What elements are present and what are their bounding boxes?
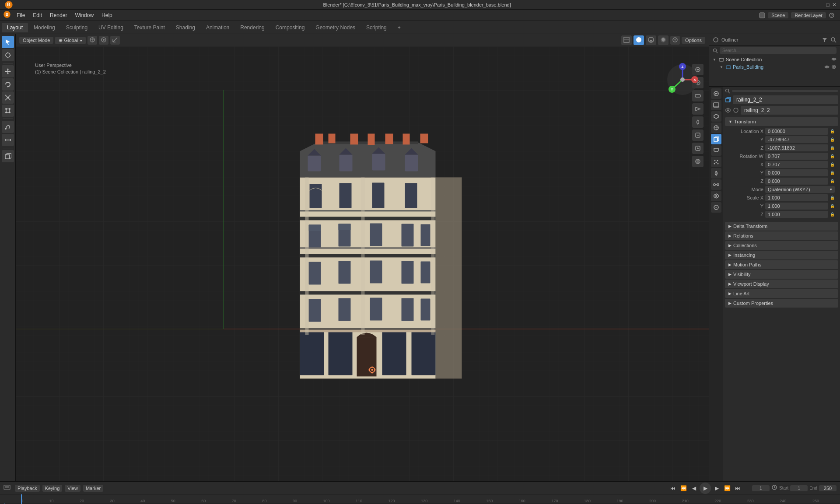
menu-edit[interactable]: Edit	[29, 11, 46, 19]
snap-btn[interactable]	[88, 36, 97, 45]
menu-render[interactable]: Render	[46, 11, 70, 19]
viewport-shading-wire[interactable]	[621, 35, 632, 45]
filter-icon[interactable]	[822, 37, 828, 43]
prop-icon-world[interactable]	[711, 122, 721, 133]
location-z-lock[interactable]: 🔒	[830, 146, 835, 150]
step-back-btn[interactable]: ◀	[689, 483, 699, 493]
instancing-header[interactable]: ▶ Instancing	[725, 251, 838, 259]
prop-icon-object[interactable]	[711, 134, 721, 144]
rotation-y-value[interactable]: 0.000	[765, 169, 828, 176]
viewport[interactable]: Object Mode ⊕ Global ▾	[16, 34, 709, 481]
viewport-transform-dropdown[interactable]: ⊕ Global ▾	[55, 37, 86, 44]
location-y-value[interactable]: -47.99947	[765, 136, 828, 143]
marker-menu[interactable]: Marker	[83, 485, 103, 492]
props-search[interactable]	[732, 90, 838, 92]
scale-z-lock[interactable]: 🔒	[830, 212, 835, 217]
jump-fwd-btn[interactable]: ⏩	[722, 483, 732, 493]
paris-building-render[interactable]	[831, 64, 836, 70]
prop-icon-material[interactable]	[711, 202, 721, 213]
jump-first-btn[interactable]: ⏮	[668, 483, 678, 493]
tab-scripting[interactable]: Scripting	[361, 23, 392, 32]
renderlayer-field[interactable]: RenderLayer	[791, 12, 826, 18]
viewport-shading-render[interactable]	[658, 35, 668, 45]
prop-icon-constraints[interactable]	[711, 179, 721, 190]
rotation-x-lock[interactable]: 🔒	[830, 162, 835, 167]
prop-icon-data[interactable]	[711, 191, 721, 201]
prop-icon-scene[interactable]	[711, 111, 721, 122]
jump-last-btn[interactable]: ⏭	[733, 483, 742, 493]
show-gizmo-btn[interactable]	[110, 36, 120, 45]
menu-file[interactable]: File	[13, 11, 28, 19]
collections-header[interactable]: ▶ Collections	[725, 241, 838, 250]
menu-help[interactable]: Help	[98, 11, 116, 19]
maximize-btn[interactable]: □	[826, 2, 830, 8]
rotation-w-value[interactable]: 0.707	[765, 153, 828, 160]
tab-modeling[interactable]: Modeling	[28, 23, 60, 32]
jump-back-btn[interactable]: ⏪	[679, 483, 688, 493]
tool-add-cube[interactable]	[2, 150, 14, 162]
tab-geometry-nodes[interactable]: Geometry Nodes	[310, 23, 360, 32]
line-art-header[interactable]: ▶ Line Art	[725, 289, 838, 298]
data-name-display[interactable]: railing_2_2	[741, 106, 838, 115]
tab-compositing[interactable]: Compositing	[270, 23, 310, 32]
play-pause-btn[interactable]: ▶	[700, 483, 711, 494]
rotation-x-value[interactable]: 0.707	[765, 161, 828, 168]
options-button[interactable]: Options	[682, 37, 705, 44]
prop-icon-output[interactable]	[711, 100, 721, 110]
location-x-lock[interactable]: 🔒	[830, 129, 835, 133]
viewport-icon-7[interactable]	[692, 143, 704, 154]
scale-x-lock[interactable]: 🔒	[830, 196, 835, 200]
prop-icon-physics[interactable]	[711, 168, 721, 178]
start-frame-field[interactable]: 1	[790, 485, 808, 491]
tool-measure[interactable]	[2, 134, 14, 146]
viewport-overlay-dropdown[interactable]	[670, 36, 680, 45]
timeline-view-menu[interactable]: View	[65, 485, 80, 492]
viewport-mode-dropdown[interactable]: Object Mode	[19, 37, 53, 44]
menu-window[interactable]: Window	[71, 11, 97, 19]
object-name-display[interactable]: railing_2_2	[733, 95, 838, 104]
playback-menu[interactable]: Playback	[15, 485, 40, 492]
tool-scale[interactable]	[2, 91, 14, 104]
scene-collection-item[interactable]: ▼ Scene Collection	[713, 56, 836, 63]
viewport-shading-material[interactable]	[646, 35, 656, 45]
scale-y-value[interactable]: 1.000	[765, 203, 828, 210]
tool-select[interactable]	[2, 36, 14, 48]
motion-paths-header[interactable]: ▶ Motion Paths	[725, 260, 838, 269]
timeline-track[interactable]: 0 10 20 30 40 50 60 70 80 90 100 110 120…	[0, 494, 840, 504]
rotation-z-lock[interactable]: 🔒	[830, 179, 835, 183]
menu-blender[interactable]: B	[2, 10, 12, 20]
timeline-type-icon[interactable]	[4, 484, 10, 492]
tab-uv-editing[interactable]: UV Editing	[93, 23, 129, 32]
scene-field[interactable]: Scene	[768, 12, 788, 18]
current-frame-field[interactable]: 1	[752, 485, 770, 491]
rotation-mode-dropdown[interactable]: Quaternion (WXYZ) ▾	[765, 186, 835, 193]
scale-y-lock[interactable]: 🔒	[830, 204, 835, 208]
tab-rendering[interactable]: Rendering	[235, 23, 270, 32]
outliner-search[interactable]: Search...	[720, 47, 836, 54]
tool-cursor[interactable]	[2, 49, 14, 61]
tool-rotate[interactable]	[2, 78, 14, 91]
search-outliner-icon[interactable]	[830, 37, 836, 43]
relations-header[interactable]: ▶ Relations	[725, 231, 838, 240]
minimize-btn[interactable]: ─	[820, 2, 824, 8]
viewport-icon-6[interactable]	[692, 130, 704, 141]
scale-z-value[interactable]: 1.000	[765, 211, 828, 218]
rotation-z-value[interactable]: 0.000	[765, 178, 828, 185]
tab-layout[interactable]: Layout	[2, 23, 28, 32]
prop-icon-particles[interactable]	[711, 157, 721, 167]
viewport-display-header[interactable]: ▶ Viewport Display	[725, 280, 838, 288]
scene-eye-icon[interactable]	[831, 56, 836, 63]
close-btn[interactable]: ✕	[832, 2, 836, 8]
viewport-icon-4[interactable]	[692, 103, 704, 115]
transform-header[interactable]: ▼ Transform	[725, 117, 838, 126]
tool-transform[interactable]	[2, 105, 14, 117]
scale-x-value[interactable]: 1.000	[765, 194, 828, 201]
viewport-icon-8[interactable]	[692, 156, 704, 167]
delta-transform-header[interactable]: ▶ Delta Transform	[725, 222, 838, 231]
location-y-lock[interactable]: 🔒	[830, 137, 835, 142]
tab-texture-paint[interactable]: Texture Paint	[129, 23, 170, 32]
visibility-header[interactable]: ▶ Visibility	[725, 270, 838, 279]
gizmo[interactable]: Z X Y	[665, 62, 700, 97]
location-x-value[interactable]: 0.00000	[765, 128, 828, 135]
location-z-value[interactable]: -1007.51892	[765, 144, 828, 151]
